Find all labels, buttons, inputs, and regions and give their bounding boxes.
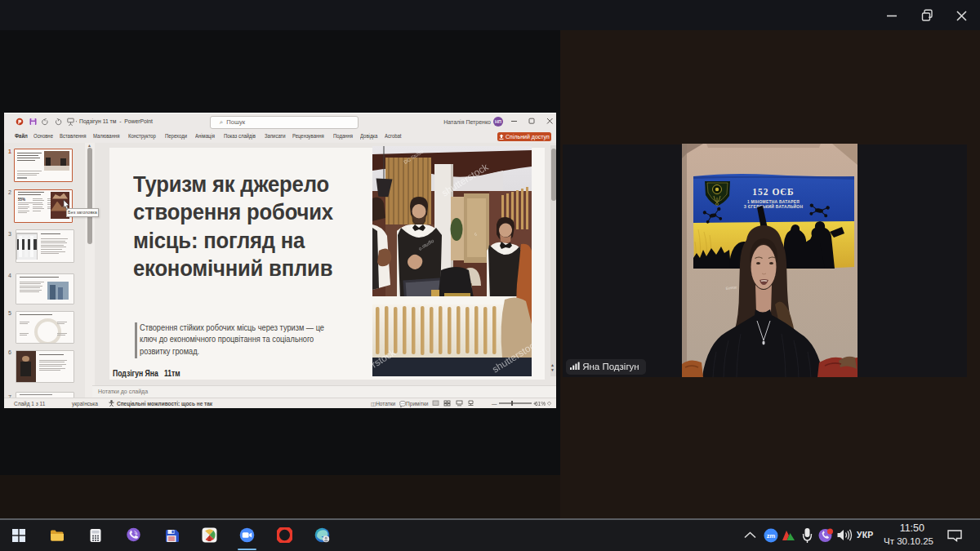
svg-text:zm: zm xyxy=(767,532,776,540)
svg-text:1 МІНОМЕТНА БАТАРЕЯ: 1 МІНОМЕТНА БАТАРЕЯ xyxy=(747,200,800,204)
svg-text:З ЄГЕРСЬКИЙ БАТАЛЬЙОН: З ЄГЕРСЬКИЙ БАТАЛЬЙОН xyxy=(744,203,804,209)
svg-text:152 ОЄБ: 152 ОЄБ xyxy=(752,187,794,197)
